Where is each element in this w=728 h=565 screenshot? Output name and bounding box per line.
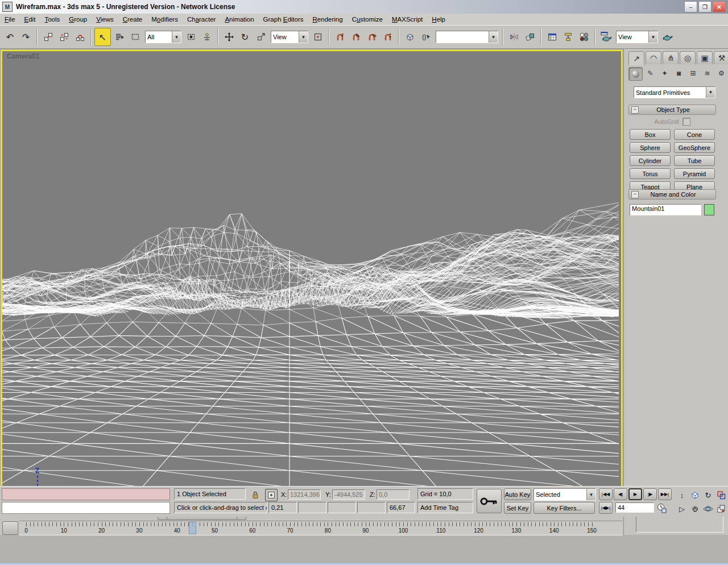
go-to-start-button[interactable]: |◀◀ xyxy=(599,488,613,500)
object-button-sphere[interactable]: Sphere xyxy=(630,142,671,153)
tab-utilities[interactable]: ⚒ xyxy=(714,51,728,64)
menu-animation[interactable]: Animation xyxy=(220,15,258,24)
viewport-canvas[interactable] xyxy=(2,51,619,503)
region-zoom-icon[interactable] xyxy=(715,489,727,501)
angle-snap-icon[interactable] xyxy=(348,28,363,45)
menu-edit[interactable]: Edit xyxy=(20,15,40,24)
object-button-cylinder[interactable]: Cylinder xyxy=(630,155,671,166)
category-spacewarps[interactable]: ≋ xyxy=(701,67,714,80)
use-pivot-center-icon[interactable] xyxy=(310,28,325,45)
bind-to-spacewarp-icon[interactable] xyxy=(72,28,88,45)
name-color-rollout-header[interactable]: − Name and Color xyxy=(628,189,716,200)
menu-group[interactable]: Group xyxy=(64,15,92,24)
select-and-manipulate-icon[interactable] xyxy=(199,28,214,45)
menu-create[interactable]: Create xyxy=(118,15,147,24)
menu-character[interactable]: Character xyxy=(183,15,221,24)
track-bar-ruler[interactable]: 0102030405060708090100110120130140150 xyxy=(19,521,622,535)
current-frame-indicator[interactable] xyxy=(189,522,196,534)
layer-manager-icon[interactable] xyxy=(544,28,560,45)
redo-icon[interactable]: ↷ xyxy=(18,28,34,45)
quick-render-icon[interactable] xyxy=(660,28,675,45)
select-and-link-icon[interactable] xyxy=(40,28,56,45)
selection-filter-dropdown[interactable]: All▼ xyxy=(145,31,181,43)
category-cameras[interactable]: ◙ xyxy=(672,67,685,80)
set-key-button[interactable]: Set Key xyxy=(504,502,531,514)
percent-snap-icon[interactable]: % xyxy=(364,28,379,45)
snap-toggle-icon[interactable]: 2 xyxy=(332,28,348,45)
chevron-down-icon[interactable]: ▼ xyxy=(299,31,308,43)
auto-key-button[interactable]: Auto Key xyxy=(504,488,531,500)
menu-tools[interactable]: Tools xyxy=(40,15,64,24)
minmax-toggle-icon[interactable] xyxy=(715,502,727,515)
go-to-end-button[interactable]: ▶▶| xyxy=(658,488,672,500)
set-keys-button[interactable] xyxy=(477,489,502,513)
category-shapes[interactable]: ✎ xyxy=(644,67,657,80)
collapse-icon[interactable]: − xyxy=(631,191,639,198)
camera-viewport[interactable]: Camera01 xyxy=(1,50,622,506)
category-lights[interactable]: ✦ xyxy=(658,67,671,80)
object-button-tube[interactable]: Tube xyxy=(674,155,715,166)
menu-help[interactable]: Help xyxy=(427,15,450,24)
mini-curve-editor-button[interactable] xyxy=(2,521,18,535)
menu-views[interactable]: Views xyxy=(92,15,118,24)
select-and-scale-icon[interactable] xyxy=(253,28,268,45)
current-frame-field[interactable]: 44 xyxy=(615,502,654,513)
reference-coordinate-dropdown[interactable]: View▼ xyxy=(271,31,308,43)
object-button-cone[interactable]: Cone xyxy=(674,129,715,140)
select-object-icon[interactable]: ↖ xyxy=(94,28,111,46)
key-filter-selected-dropdown[interactable]: Selected ▼ xyxy=(533,488,596,501)
subcategory-dropdown[interactable]: Standard Primitives ▼ xyxy=(634,86,715,98)
unlink-selection-icon[interactable] xyxy=(56,28,72,45)
window-crossing-icon[interactable] xyxy=(183,28,198,45)
align-icon[interactable] xyxy=(522,28,537,45)
undo-icon[interactable]: ↶ xyxy=(2,28,18,45)
tab-create[interactable]: ↗ xyxy=(628,51,644,65)
menu-modifiers[interactable]: Modifiers xyxy=(147,15,183,24)
tab-motion[interactable]: ◎ xyxy=(680,51,696,64)
viewport-label[interactable]: Camera01 xyxy=(7,52,39,60)
key-filters-button[interactable]: Key Filters... xyxy=(533,502,595,514)
truck-camera-icon[interactable] xyxy=(689,502,701,515)
maxscript-listener-output[interactable] xyxy=(2,488,170,500)
keyboard-override-icon[interactable] xyxy=(402,28,417,45)
object-button-pyramid[interactable]: Pyramid xyxy=(674,168,715,179)
key-mode-toggle[interactable]: |◀▶| xyxy=(599,502,613,514)
absolute-offset-toggle-icon[interactable] xyxy=(265,489,278,501)
tab-hierarchy[interactable]: ⋔ xyxy=(663,51,679,64)
selection-region-icon[interactable] xyxy=(127,28,143,45)
dolly-camera-icon[interactable]: ↕ xyxy=(676,489,688,501)
menu-maxscript[interactable]: MAXScript xyxy=(387,15,427,24)
tab-modify[interactable]: ◠ xyxy=(646,51,661,64)
menu-customize[interactable]: Customize xyxy=(348,15,387,24)
time-configuration-icon[interactable] xyxy=(655,502,668,514)
category-systems[interactable]: ⚙ xyxy=(715,67,728,80)
named-selection-edit-icon[interactable]: {} xyxy=(418,28,433,45)
play-button[interactable]: ▶ xyxy=(628,488,642,500)
select-and-move-icon[interactable] xyxy=(221,28,237,45)
field-of-view-icon[interactable]: ▷ xyxy=(676,502,688,515)
category-geometry[interactable] xyxy=(628,67,643,81)
chevron-down-icon[interactable]: ▼ xyxy=(648,31,657,43)
object-color-swatch[interactable] xyxy=(704,204,714,215)
category-helpers[interactable]: ⊞ xyxy=(686,67,700,80)
selection-lock-icon[interactable] xyxy=(249,489,262,501)
menu-rendering[interactable]: Rendering xyxy=(308,15,348,24)
roll-camera-icon[interactable]: ↻ xyxy=(702,489,714,501)
chevron-down-icon[interactable]: ▼ xyxy=(489,31,498,43)
close-button[interactable]: ✕ xyxy=(713,1,726,13)
y-coord-field[interactable]: -4944,525 xyxy=(332,489,365,500)
orbit-camera-icon[interactable] xyxy=(702,502,714,515)
next-frame-button[interactable]: |▶ xyxy=(643,488,657,500)
material-editor-icon[interactable] xyxy=(576,28,592,45)
object-name-input[interactable]: Mountain01 xyxy=(630,204,701,215)
object-button-geosphere[interactable]: GeoSphere xyxy=(674,142,715,153)
select-by-name-icon[interactable] xyxy=(111,28,127,45)
named-selection-dropdown[interactable]: ▼ xyxy=(436,31,498,43)
x-coord-field[interactable]: 13214,396 xyxy=(288,489,321,500)
select-and-rotate-icon[interactable]: ↻ xyxy=(237,28,253,45)
schematic-view-icon[interactable] xyxy=(560,28,576,45)
object-type-rollout-header[interactable]: − Object Type xyxy=(628,105,716,115)
object-button-torus[interactable]: Torus xyxy=(630,168,671,179)
z-coord-field[interactable]: 0,0 xyxy=(377,489,410,500)
collapse-icon[interactable]: − xyxy=(631,106,639,114)
